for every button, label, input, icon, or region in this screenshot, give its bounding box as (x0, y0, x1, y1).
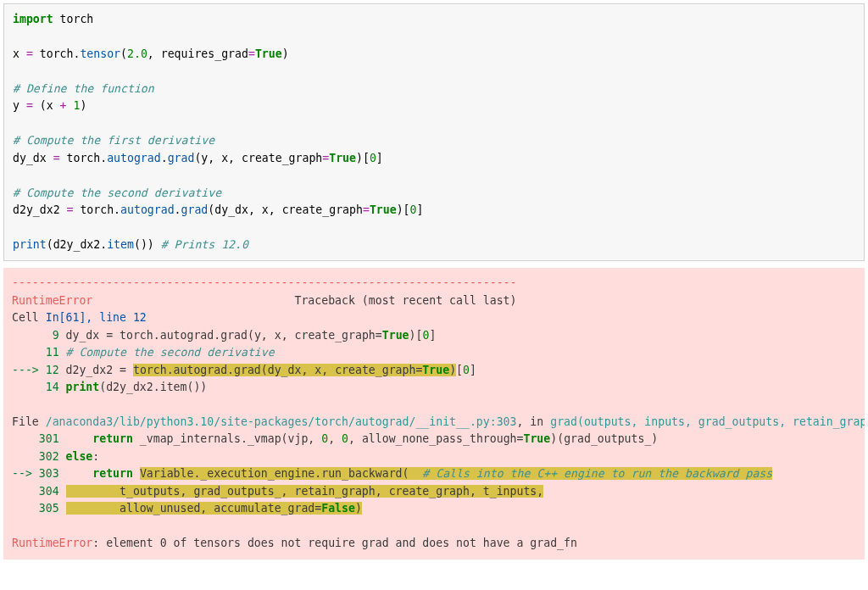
line-number: 301 (12, 432, 59, 445)
traceback-output: ----------------------------------------… (3, 268, 865, 559)
line-number: 304 (12, 485, 59, 498)
comment: # Define the function (13, 82, 154, 95)
traceback-divider: ----------------------------------------… (12, 276, 516, 289)
line-number: 11 (12, 346, 59, 359)
highlighted-code: t_outputs, grad_outputs_, retain_graph, … (66, 485, 544, 498)
error-message: : element 0 of tensors does not require … (92, 537, 577, 549)
line-number: 9 (12, 329, 59, 342)
comment: # Compute the second derivative (13, 186, 221, 199)
arrow-marker: --> 303 (12, 467, 59, 480)
error-name: RuntimeError (12, 537, 92, 549)
comment: # Compute the first derivative (13, 134, 214, 147)
error-name: RuntimeError (12, 294, 92, 307)
keyword-import: import (13, 13, 53, 25)
highlighted-code: allow_unused, accumulate_grad=False) (66, 502, 362, 515)
line-number: 14 (12, 381, 59, 393)
line-number: 305 (12, 502, 59, 515)
arrow-marker: ---> 12 (12, 364, 59, 376)
highlighted-code: Variable._execution_engine.run_backward(… (140, 467, 772, 480)
highlighted-code: torch.autograd.grad(dy_dx, x, create_gra… (133, 364, 456, 376)
line-number: 302 (12, 450, 59, 463)
file-path: /anaconda3/lib/python3.10/site-packages/… (46, 415, 517, 428)
code-input-cell: import torch x = torch.tensor(2.0, requi… (3, 3, 865, 261)
